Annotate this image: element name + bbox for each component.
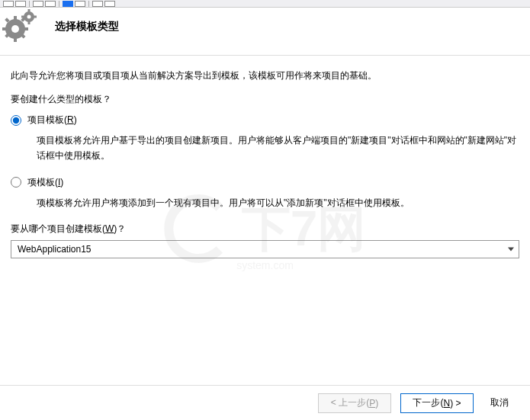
toolbar-icon	[75, 1, 85, 7]
svg-rect-15	[34, 16, 37, 18]
back-button: < 上一步(P)	[318, 393, 391, 413]
toolbar-icon	[33, 1, 43, 7]
radio-item-template-desc: 项模板将允许用户将项添加到一个现有项目中。用户将可以从"添加新项"对话框中使用模…	[37, 195, 519, 210]
type-question: 要创建什么类型的模板？	[11, 93, 519, 106]
wizard-title: 选择模板类型	[55, 20, 119, 34]
svg-rect-4	[2, 27, 7, 30]
toolbar-icon	[63, 1, 73, 7]
intro-text: 此向导允许您将项目或项目项从当前解决方案导出到模板，该模板可用作将来项目的基础。	[11, 69, 519, 82]
toolbar-remnant	[0, 0, 530, 8]
cancel-button[interactable]: 取消	[483, 393, 516, 413]
radio-project-template[interactable]: 项目模板(R)	[11, 114, 519, 127]
radio-item-template[interactable]: 项模板(I)	[11, 176, 519, 189]
wizard-body: 此向导允许您将项目或项目项从当前解决方案导出到模板，该模板可用作将来项目的基础。…	[0, 56, 530, 265]
svg-rect-3	[14, 37, 17, 42]
radio-project-template-input[interactable]	[11, 115, 21, 126]
svg-point-11	[27, 15, 31, 19]
toolbar-icon	[3, 1, 14, 7]
svg-point-1	[11, 25, 19, 33]
toolbar-icon	[15, 1, 26, 7]
wizard-header: 选择模板类型	[0, 8, 530, 56]
svg-rect-12	[28, 9, 31, 12]
wizard-footer: < 上一步(P) 下一步(N) > 取消	[0, 385, 530, 420]
empty-area	[0, 244, 530, 385]
toolbar-separator	[29, 1, 30, 7]
toolbar-icon	[104, 1, 115, 7]
svg-rect-14	[21, 16, 24, 18]
svg-rect-5	[24, 27, 28, 30]
source-project-label: 要从哪个项目创建模板(W)？	[11, 223, 519, 236]
svg-rect-13	[28, 21, 31, 24]
next-button[interactable]: 下一步(N) >	[400, 393, 474, 413]
toolbar-icon	[92, 1, 103, 7]
toolbar-separator	[59, 1, 59, 7]
radio-project-template-desc: 项目模板将允许用户基于导出的项目创建新项目。用户将能够从客户端项目的"新建项目"…	[37, 133, 519, 164]
toolbar-separator	[88, 1, 89, 7]
toolbar-icon	[45, 1, 56, 7]
radio-item-template-label: 项模板(I)	[27, 176, 63, 189]
svg-rect-2	[14, 16, 17, 21]
radio-item-template-input[interactable]	[11, 177, 21, 188]
radio-project-template-label: 项目模板(R)	[27, 114, 77, 127]
gear-icon	[3, 12, 40, 41]
